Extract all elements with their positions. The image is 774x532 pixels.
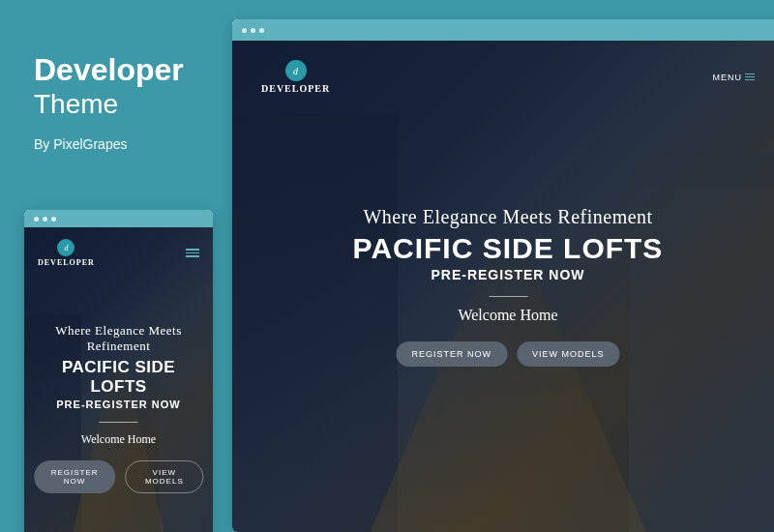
hero-button-row: REGISTER NOW VIEW MODELS	[34, 460, 204, 493]
logo-icon: d	[57, 239, 74, 256]
window-dot	[34, 217, 39, 222]
logo-icon: d	[285, 60, 307, 81]
promo-subtitle: Theme	[34, 87, 184, 122]
hero-title: PACIFIC SIDE LOFTS	[260, 232, 757, 265]
hero-subtitle: PRE-REGISTER NOW	[34, 399, 204, 410]
site-topbar: d DEVELOPER	[24, 227, 213, 267]
hamburger-icon[interactable]	[186, 249, 199, 257]
desktop-preview-frame: d DEVELOPER MENU Where Elegance Meets Re…	[232, 19, 774, 532]
view-models-button[interactable]: VIEW MODELS	[517, 341, 620, 367]
hero-button-row: REGISTER NOW VIEW MODELS	[260, 341, 757, 367]
hero-tagline: Where Elegance Meets Refinement	[34, 323, 204, 354]
mobile-hero: d DEVELOPER Where Elegance Meets Refinem…	[24, 227, 213, 532]
hero-welcome: Welcome Home	[34, 432, 204, 447]
mobile-preview-frame: d DEVELOPER Where Elegance Meets Refinem…	[24, 210, 213, 532]
divider	[489, 296, 527, 297]
promo-byline: By PixelGrapes	[34, 136, 184, 152]
promo-heading: Developer Theme By PixelGrapes	[34, 53, 184, 152]
window-dot	[251, 28, 255, 33]
site-logo[interactable]: d DEVELOPER	[38, 239, 95, 267]
promo-title: Developer	[34, 53, 184, 87]
site-logo[interactable]: d DEVELOPER	[261, 60, 330, 94]
menu-button[interactable]: MENU	[713, 73, 756, 82]
hero-subtitle: PRE-REGISTER NOW	[260, 267, 757, 282]
window-dot	[242, 28, 247, 33]
window-dot	[259, 28, 264, 33]
hero-tagline: Where Elegance Meets Refinement	[260, 206, 757, 228]
hamburger-icon	[745, 74, 755, 80]
browser-chrome	[232, 19, 774, 41]
desktop-hero: d DEVELOPER MENU Where Elegance Meets Re…	[232, 41, 774, 532]
hero-content: Where Elegance Meets Refinement PACIFIC …	[34, 323, 204, 493]
site-topbar: d DEVELOPER MENU	[232, 41, 774, 94]
divider	[100, 422, 138, 423]
menu-label: MENU	[713, 73, 743, 82]
view-models-button[interactable]: VIEW MODELS	[125, 460, 203, 493]
register-button[interactable]: REGISTER NOW	[396, 341, 507, 367]
window-dot	[43, 217, 47, 222]
window-dot	[51, 217, 56, 222]
register-button[interactable]: REGISTER NOW	[34, 460, 116, 493]
hero-title: PACIFIC SIDE LOFTS	[34, 358, 204, 397]
hero-content: Where Elegance Meets Refinement PACIFIC …	[260, 206, 757, 367]
logo-text: DEVELOPER	[38, 258, 95, 267]
logo-text: DEVELOPER	[261, 83, 330, 94]
hero-welcome: Welcome Home	[260, 307, 757, 324]
browser-chrome	[24, 210, 213, 227]
